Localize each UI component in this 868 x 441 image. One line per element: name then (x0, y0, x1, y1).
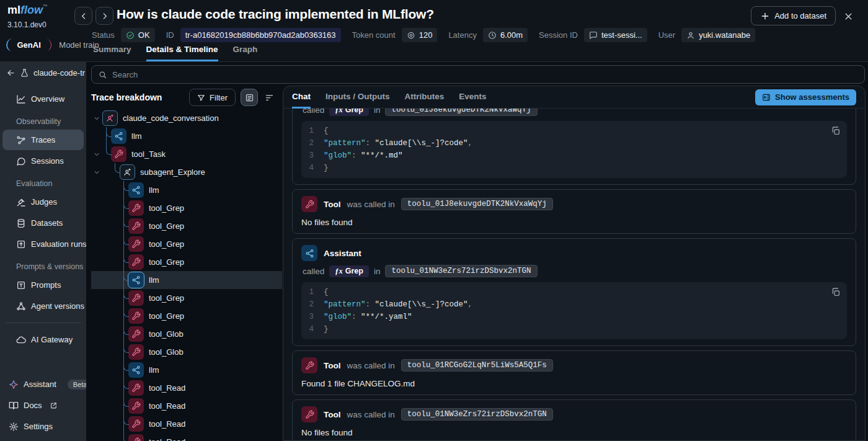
check-circle-icon (126, 31, 135, 40)
search-bar[interactable] (91, 65, 865, 84)
session-id-value[interactable]: test-sessi... (584, 28, 647, 42)
span-tree-row-llm[interactable]: llm (91, 361, 283, 379)
chevron-spacer (91, 127, 102, 145)
assistant-tool-call-message: AssistantcalledƒxGrepintoolu_01J8ekuvgde… (292, 109, 856, 185)
tab-details-timeline[interactable]: Details & Timeline (146, 45, 218, 61)
span-tree-row-tool_Grep[interactable]: tool_Grep (91, 235, 283, 253)
wrench-icon (131, 311, 141, 321)
tree-guide (102, 181, 111, 199)
span-tree-row-tool_Read[interactable]: tool_Read (91, 415, 283, 433)
detail-view-toggle[interactable] (241, 89, 258, 106)
sidebar-item-overview[interactable]: Overview (2, 89, 84, 109)
tree-guide (120, 433, 128, 441)
tab-genai[interactable]: GenAI (6, 38, 51, 51)
detail-tab-chat[interactable]: Chat (292, 86, 311, 109)
copy-icon[interactable] (831, 287, 841, 297)
chevron-spacer (91, 343, 102, 361)
line-number: 3 (301, 311, 324, 323)
sidebar-item-traces[interactable]: Traces (2, 130, 84, 150)
span-tree-row-claude_code_conversation[interactable]: claude_code_conversation (91, 109, 283, 127)
span-name: tool_Read (149, 437, 185, 441)
close-button[interactable] (841, 9, 856, 24)
in-label: in (374, 267, 381, 276)
search-input[interactable] (112, 70, 858, 79)
sidebar-item-datasets[interactable]: Datasets (2, 213, 84, 233)
sidebar-item-judges[interactable]: Judges (2, 192, 84, 212)
tree-guide (120, 271, 128, 289)
detail-tab-attributes[interactable]: Attributes (405, 86, 445, 109)
span-tree-row-tool_Grep[interactable]: tool_Grep (91, 217, 283, 235)
span-tree-row-subagent_Explore[interactable]: subagent_Explore (91, 163, 283, 181)
span-name: tool_Grep (149, 239, 184, 249)
tree-guide (111, 199, 120, 217)
span-tree-row-tool_Task[interactable]: tool_Task (91, 145, 283, 163)
span-tree-row-tool_Glob[interactable]: tool_Glob (91, 343, 283, 361)
span-tree-row-tool_Read[interactable]: tool_Read (91, 379, 283, 397)
tree-guide (111, 271, 120, 289)
latency-value: 6.00m (483, 28, 528, 42)
span-tree-row-tool_Grep[interactable]: tool_Grep (91, 253, 283, 271)
tool-call-line: calledƒxGrepintoolu_01J8ekuvgdeDTK2NkVxa… (301, 109, 847, 116)
sidebar-item-ai-gateway[interactable]: AI Gateway (2, 329, 84, 350)
chevron-spacer (91, 199, 102, 217)
sidebar-item-sessions[interactable]: Sessions (2, 151, 84, 171)
tree-guide (102, 289, 111, 307)
sidebar-item-docs[interactable]: Docs (2, 395, 84, 416)
sidebar-item-evaluation-runs[interactable]: Evaluation runs (2, 234, 84, 254)
trace-id-value[interactable]: tr-a01682019cb88b6bb970ad2ab0363163 (180, 28, 341, 42)
copy-icon[interactable] (831, 126, 841, 136)
called-label: called (303, 109, 324, 115)
chevron-down-icon (93, 115, 100, 122)
prev-trace-button[interactable] (74, 7, 92, 25)
timeline-view-toggle[interactable] (260, 89, 278, 106)
search-icon (98, 70, 107, 79)
next-trace-button[interactable] (95, 7, 113, 25)
span-name: tool_Grep (149, 257, 184, 267)
sidebar-item-prompts[interactable]: Prompts (2, 275, 84, 295)
expand-chevron[interactable] (91, 109, 102, 127)
sidebar-item-settings[interactable]: Settings (2, 416, 84, 437)
wrench-icon (131, 329, 141, 339)
tree-guide (102, 325, 111, 343)
tree-guide (111, 361, 120, 379)
code-line: 2 "pattern": "claude[\\s_-]?code", (301, 137, 847, 149)
span-tree-row-tool_Grep[interactable]: tool_Grep (91, 289, 283, 307)
tree-guide (120, 181, 128, 199)
token-count-value: 120 (402, 28, 438, 42)
wrench-span-icon (128, 236, 144, 252)
chevron-down-icon (93, 169, 100, 176)
span-name: tool_Grep (149, 221, 184, 231)
code-text: "glob": "**/*.yaml" (324, 311, 412, 323)
expand-chevron[interactable] (91, 145, 102, 163)
message-header: Assistant (301, 245, 847, 261)
message-body: Found 1 file CHANGELOG.md (301, 379, 847, 388)
tree-guide (102, 343, 111, 361)
span-tree-row-llm[interactable]: llm (91, 127, 283, 145)
message-header: Toolwas called intoolu_01RCGoG2LqNr5LiWs… (301, 357, 847, 373)
span-tree-row-tool_Read[interactable]: tool_Read (91, 397, 283, 415)
filter-button[interactable]: Filter (189, 89, 236, 106)
span-tree-row-tool_Grep[interactable]: tool_Grep (91, 199, 283, 217)
expand-chevron[interactable] (91, 163, 102, 181)
tab-summary[interactable]: Summary (93, 45, 131, 61)
tree-guide (111, 379, 120, 397)
chat-messages: AssistantcalledƒxGrepintoolu_01J8ekuvgde… (283, 109, 865, 440)
back-arrow-icon[interactable] (6, 68, 16, 78)
detail-tab-inputs-outputs[interactable]: Inputs / Outputs (326, 86, 390, 109)
tree-guide (120, 199, 128, 217)
detail-tab-events[interactable]: Events (459, 86, 486, 109)
span-tree-row-tool_Glob[interactable]: tool_Glob (91, 325, 283, 343)
span-tree-row-tool_Grep[interactable]: tool_Grep (91, 307, 283, 325)
add-to-dataset-button[interactable]: Add to dataset (751, 6, 836, 25)
experiment-breadcrumb[interactable]: claude-code-tr (0, 62, 86, 83)
sidebar-item-assistant[interactable]: AssistantBeta (2, 374, 84, 394)
span-tree-row-tool_Read[interactable]: tool_Read (91, 433, 283, 441)
tab-graph[interactable]: Graph (233, 45, 258, 61)
show-assessments-button[interactable]: Show assessments (755, 89, 856, 105)
wrench-icon (131, 257, 141, 267)
span-tree-row-llm[interactable]: llm (91, 181, 283, 199)
sidebar-item-agent-versions[interactable]: Agent versions (2, 296, 84, 316)
docs-icon (9, 401, 19, 411)
span-tree-row-llm[interactable]: llm (91, 271, 282, 289)
wrench-icon (305, 410, 314, 419)
